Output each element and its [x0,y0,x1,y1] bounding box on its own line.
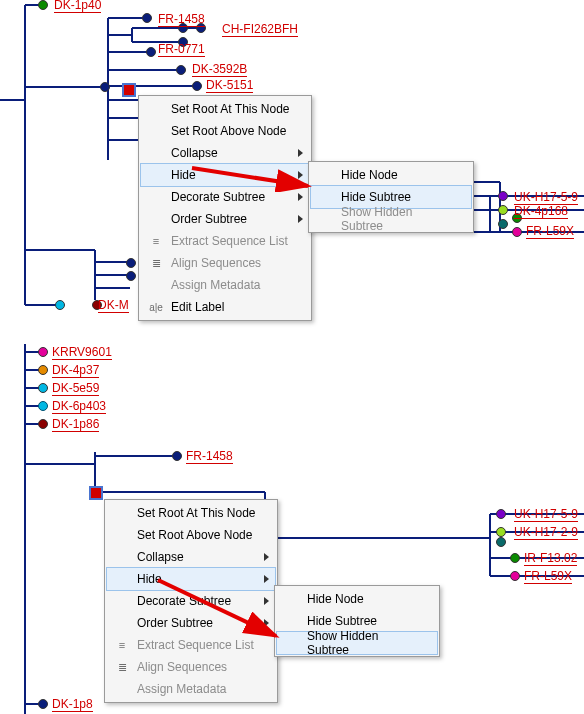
tip-dot [176,65,186,75]
menu-decorate-subtree[interactable]: Decorate Subtree [107,590,275,612]
tip-dot [172,451,182,461]
menu-edit-label[interactable]: a|eEdit Label [141,296,309,318]
tip-dot [146,47,156,57]
menu-align-sequences: ≣Align Sequences [107,656,275,678]
tip-label: DK-M [98,298,129,313]
submenu-hide-node[interactable]: Hide Node [311,164,471,186]
tip-dot [38,0,48,10]
tip-label: UK-H17-5-9 [514,190,578,205]
submenu-show-hidden-subtree: Show Hidden Subtree [311,208,471,230]
align-icon: ≣ [111,656,133,678]
tip-dot [100,82,110,92]
align-icon: ≣ [145,252,167,274]
menu-collapse[interactable]: Collapse [107,546,275,568]
tip-label: DK-1p40 [54,0,101,13]
tip-dot [498,205,508,215]
menu-hide[interactable]: Hide [106,567,276,591]
menu-set-root-above[interactable]: Set Root Above Node [107,524,275,546]
selected-node-marker[interactable] [122,83,136,97]
tip-dot [38,365,48,375]
menu-hide[interactable]: Hide [140,163,310,187]
tip-dot [142,13,152,23]
menu-collapse[interactable]: Collapse [141,142,309,164]
submenu-hide-bottom: Hide Node Hide Subtree Show Hidden Subtr… [274,585,440,657]
tip-label: DK-5e59 [52,381,99,396]
menu-order-subtree[interactable]: Order Subtree [107,612,275,634]
tip-label: IR-F13.02 [524,551,577,566]
menu-align-sequences: ≣Align Sequences [141,252,309,274]
tip-dot [498,191,508,201]
tip-label: DK-1p86 [52,417,99,432]
edit-label-icon: a|e [145,296,167,318]
tip-dot [498,219,508,229]
menu-assign-metadata: Assign Metadata [107,678,275,700]
tip-dot [496,527,506,537]
tip-dot [496,537,506,547]
tip-label: FR-0771 [158,42,205,57]
tip-dot [126,271,136,281]
tip-label: DK-4p168 [514,204,568,219]
tip-dot [496,509,506,519]
tip-dot [510,553,520,563]
tip-label: DK-5151 [206,78,253,93]
tip-label: UK-H17-5-9 [514,507,578,522]
tip-dot [192,81,202,91]
tip-dot [38,383,48,393]
tip-dot [38,347,48,357]
tip-label: CH-FI262BFH [222,22,298,37]
tip-label: DK-6p403 [52,399,106,414]
tip-label: FR-1458 [158,12,205,27]
tip-label: UK-H17-2-9 [514,525,578,540]
tip-label: FR-L59X [526,224,574,239]
list-icon: ≡ [145,230,167,252]
menu-order-subtree[interactable]: Order Subtree [141,208,309,230]
tip-label: KRRV9601 [52,345,112,360]
tip-dot [512,227,522,237]
tip-dot [38,419,48,429]
tip-label: DK-1p8 [52,697,93,712]
menu-set-root-at[interactable]: Set Root At This Node [107,502,275,524]
context-menu-bottom: Set Root At This Node Set Root Above Nod… [104,499,278,703]
menu-decorate-subtree[interactable]: Decorate Subtree [141,186,309,208]
menu-set-root-at[interactable]: Set Root At This Node [141,98,309,120]
tip-dot [126,258,136,268]
tip-dot [55,300,65,310]
submenu-hide-node[interactable]: Hide Node [277,588,437,610]
tip-label: FR-1458 [186,449,233,464]
tip-label: DK-3592B [192,62,247,77]
menu-assign-metadata: Assign Metadata [141,274,309,296]
menu-extract-sequence-list: ≡Extract Sequence List [141,230,309,252]
tip-dot [38,401,48,411]
context-menu-top: Set Root At This Node Set Root Above Nod… [138,95,312,321]
submenu-hide-top: Hide Node Hide Subtree Show Hidden Subtr… [308,161,474,233]
submenu-show-hidden-subtree[interactable]: Show Hidden Subtree [276,631,438,655]
selected-node-marker[interactable] [89,486,103,500]
tip-label: DK-4p37 [52,363,99,378]
menu-extract-sequence-list: ≡Extract Sequence List [107,634,275,656]
tip-dot [510,571,520,581]
tip-dot [38,699,48,709]
menu-set-root-above[interactable]: Set Root Above Node [141,120,309,142]
list-icon: ≡ [111,634,133,656]
tip-label: FR-L59X [524,569,572,584]
